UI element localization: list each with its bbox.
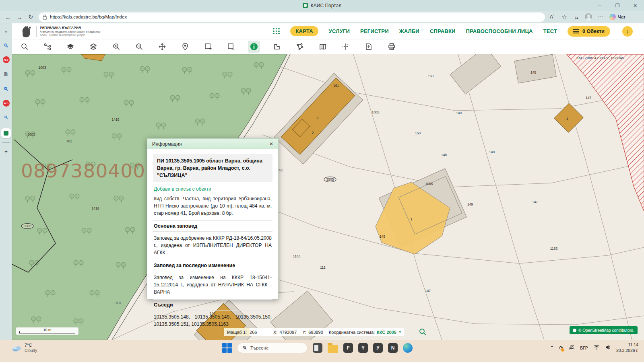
nav-zhalbi[interactable]: ЖАЛБИ	[399, 28, 419, 34]
chevron-down-icon[interactable]: ▼	[398, 330, 402, 334]
app-icon[interactable]	[313, 343, 322, 353]
notifications-off-icon[interactable]	[568, 344, 575, 351]
search-icon[interactable]: 🔍︎	[2, 41, 10, 49]
read-aloud-icon[interactable]: Aʾ	[547, 12, 558, 22]
zoom-in-icon[interactable]	[110, 41, 122, 53]
osm-attribution[interactable]: © OpenStreetMap contributors.	[570, 326, 638, 334]
parcel-title: ПИ 10135.3505.1005 област Варна, община …	[153, 154, 272, 182]
cursor-coordinates: ККС 2005 4793072, 693945	[576, 56, 624, 60]
popup-close-icon[interactable]: ✕	[269, 141, 273, 147]
favorite-star-icon[interactable]: ☆	[559, 12, 570, 22]
search-tool-icon[interactable]	[19, 41, 31, 53]
taskbar-search[interactable]: 🔍︎ Търсене	[237, 343, 308, 353]
download-arrow-button[interactable]: ↓	[622, 26, 633, 37]
app-icon-у[interactable]: У	[373, 343, 383, 353]
org-portal: КАИС - Портал за електронни услуги	[40, 33, 100, 36]
minimize-button[interactable]: ─	[591, 0, 609, 11]
sidebar-active-kais-icon[interactable]	[1, 128, 11, 138]
parcel-number: 112	[320, 265, 326, 269]
pan-icon[interactable]	[156, 41, 168, 53]
file-explorer-icon[interactable]	[328, 345, 338, 353]
sidebar-collapse-icon[interactable]: ⌄	[2, 27, 10, 35]
weather-widget[interactable]: 7°C Cloudy	[11, 343, 37, 353]
app-icon-f[interactable]: F	[343, 343, 353, 353]
address-bar[interactable]: https://kais.cadastre.bg/bg/Map/Index	[39, 12, 545, 22]
print-icon[interactable]	[386, 41, 398, 53]
nav-karta[interactable]: КАРТА	[290, 26, 318, 36]
alo-site-icon[interactable]: ALO	[3, 100, 10, 107]
app-icon-y[interactable]: Y	[358, 343, 368, 353]
wifi-icon[interactable]	[593, 345, 600, 351]
app-icon-n[interactable]: N	[388, 343, 398, 353]
layers-icon[interactable]	[87, 41, 99, 53]
popup-section: Заповед за последно изменение Заповед за…	[153, 260, 272, 296]
coordinates-icon[interactable]	[340, 41, 352, 53]
restore-button[interactable]: ❐	[609, 0, 626, 11]
measure-length-icon[interactable]	[271, 41, 283, 53]
clock-widget[interactable]: 11:14 20.3.2026 г.	[616, 342, 638, 353]
parcel-number: 148	[489, 150, 495, 154]
select-subtract-icon[interactable]	[225, 41, 237, 53]
popup-header[interactable]: Информация ✕	[147, 139, 278, 149]
parcel-number: 150	[415, 131, 421, 135]
search-icon[interactable]: 🔍︎	[2, 85, 10, 93]
browser-titlebar: КАИС Портал ─ ❐ ✕	[0, 0, 644, 11]
settings-more-icon[interactable]: ⋯	[595, 12, 606, 22]
tray-time: 11:14	[616, 342, 638, 348]
base-layer-icon[interactable]	[64, 41, 76, 53]
copilot-icon	[609, 14, 616, 20]
search-icon[interactable]: 🔍︎	[2, 113, 10, 121]
nav-spravki[interactable]: СПРАВКИ	[430, 28, 456, 34]
copilot-button[interactable]: Чат	[607, 14, 628, 20]
select-add-icon[interactable]	[202, 41, 214, 53]
zoom-out-icon[interactable]	[133, 41, 145, 53]
crs-value[interactable]: ККС 2005	[377, 330, 396, 335]
parcel-details: вид собств. Частна, вид територия Урбани…	[153, 195, 272, 217]
add-to-objects-link[interactable]: Добави в списък с обекти	[154, 186, 272, 192]
document-icon[interactable]: 🗎	[2, 70, 10, 78]
parcel-number: 150	[428, 74, 433, 78]
parcel-number: 147	[586, 96, 591, 100]
parcel-number: 2	[317, 116, 319, 120]
sidebar-add-icon[interactable]: +	[2, 147, 10, 155]
tray-expand-icon[interactable]: ⌃	[550, 345, 554, 351]
forward-icon[interactable]: →	[14, 12, 25, 22]
window-title: КАИС Портал	[311, 3, 341, 8]
org-name: РЕПУБЛИКА БЪЛГАРИЯ	[40, 26, 100, 30]
scale-label: Мащаб 1:	[224, 328, 250, 336]
parcel-number: 110	[115, 301, 121, 305]
parcel-number: 1	[411, 217, 413, 221]
language-indicator[interactable]: БГР	[580, 346, 588, 350]
edge-browser-icon[interactable]	[403, 343, 413, 353]
location-pin-icon[interactable]	[179, 41, 191, 53]
search-placeholder: Търсене	[250, 346, 269, 350]
parcel-number: 1	[566, 117, 568, 121]
windows-taskbar: 7°C Cloudy 🔍︎ Търсене FYУN ⌃ ⟳ БГР 11:14…	[0, 340, 644, 362]
section-heading: Основна заповед	[153, 221, 272, 232]
scale-input[interactable]	[250, 329, 270, 335]
map-canvas[interactable]: 0897380400 10031003141678114163502110140…	[12, 54, 644, 340]
measure-area-icon[interactable]	[294, 41, 306, 53]
apps-grid-icon[interactable]	[273, 28, 280, 35]
profile-avatar[interactable]	[583, 12, 594, 22]
nav-test[interactable]: ТЕСТ	[543, 28, 557, 34]
map-icon[interactable]	[317, 41, 329, 53]
export-icon[interactable]	[363, 41, 375, 53]
info-tool-icon[interactable]	[248, 41, 260, 53]
sync-icon[interactable]: ⟳	[559, 345, 563, 351]
route-settings-icon[interactable]	[41, 41, 54, 53]
back-icon[interactable]: ←	[2, 12, 14, 22]
parcel-number: 3505	[324, 177, 336, 182]
nav-uslugi[interactable]: УСЛУГИ	[329, 28, 350, 34]
statusbar-search-icon[interactable]	[419, 328, 427, 336]
refresh-icon[interactable]: ↻	[25, 12, 36, 22]
collections-icon[interactable]: ⭟	[571, 12, 582, 22]
close-button[interactable]: ✕	[626, 0, 644, 11]
alo-site-icon[interactable]: ALO	[3, 56, 10, 63]
parcel-number: 161	[333, 84, 339, 88]
nav-registri[interactable]: РЕГИСТРИ	[360, 28, 389, 34]
volume-icon[interactable]	[605, 345, 611, 351]
nav-pravosposobni-litsa[interactable]: ПРАВОСПОСОБНИ ЛИЦА	[466, 28, 533, 34]
start-button[interactable]	[222, 343, 232, 353]
objects-list-button[interactable]: 0 Обекти	[568, 26, 610, 37]
